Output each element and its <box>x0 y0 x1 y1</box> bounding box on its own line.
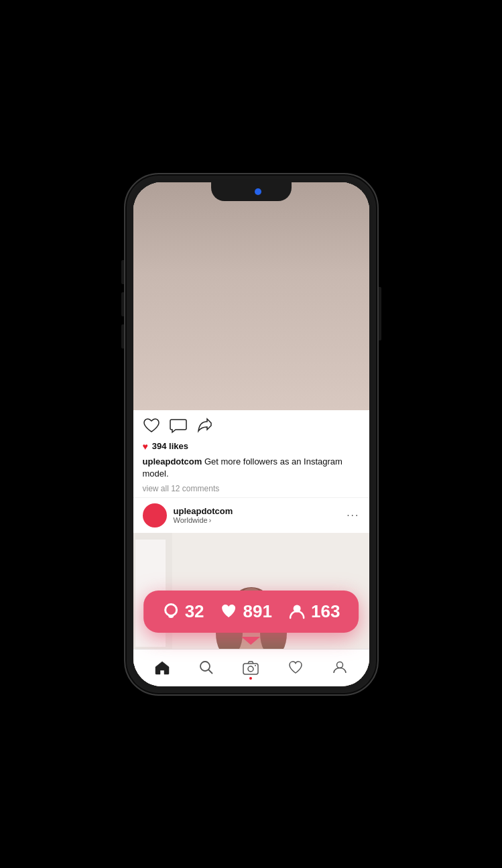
profile-info: upleapdotcom Worldwide › <box>174 506 340 524</box>
power-button <box>379 287 381 340</box>
follower-count-item: 163 <box>288 601 340 622</box>
follower-count: 163 <box>311 601 340 622</box>
bubble-heart-icon <box>221 603 238 620</box>
heart-icon <box>143 418 160 434</box>
profile-row: upleapdotcom Worldwide › ··· <box>133 497 369 533</box>
phone-screen: ♥ 394 likes upleapdotcom Get more follow… <box>133 182 369 686</box>
tab-search[interactable] <box>193 654 220 681</box>
location-text: Worldwide <box>174 516 208 524</box>
bubble-comment-svg <box>162 603 180 620</box>
home-icon <box>154 660 170 675</box>
profile-avatar <box>143 503 167 528</box>
tab-likes[interactable] <box>282 654 309 681</box>
notch <box>211 182 292 201</box>
heart-tab-icon <box>288 660 303 675</box>
volume-up-button <box>121 260 124 284</box>
share-icon <box>196 418 214 434</box>
svg-point-31 <box>200 662 210 671</box>
bubble-person-icon <box>288 603 306 620</box>
like-button[interactable] <box>143 417 160 434</box>
likes-count: 394 likes <box>152 441 188 451</box>
chevron-icon: › <box>209 517 211 524</box>
bubble-person-svg <box>288 603 306 620</box>
volume-down-button <box>121 292 124 316</box>
likes-row: ♥ 394 likes <box>133 440 369 454</box>
phone-frame: ♥ 394 likes upleapdotcom Get more follow… <box>124 173 379 696</box>
profile-name: upleapdotcom <box>174 506 340 516</box>
camera-icon <box>243 660 259 675</box>
svg-point-34 <box>248 666 253 672</box>
tab-camera[interactable] <box>237 654 264 681</box>
profile-icon <box>332 660 347 675</box>
comment-count: 32 <box>185 601 204 622</box>
phone-wrapper: ♥ 394 likes upleapdotcom Get more follow… <box>124 173 379 696</box>
actions-bar <box>133 410 369 440</box>
tab-profile[interactable] <box>326 654 353 681</box>
search-icon <box>199 660 214 675</box>
silent-switch <box>121 324 124 349</box>
notification-bubble: 32 891 <box>143 591 359 633</box>
comment-count-item: 32 <box>162 601 204 622</box>
svg-point-35 <box>255 665 256 666</box>
profile-location[interactable]: Worldwide › <box>174 516 340 524</box>
figure-background <box>133 182 369 410</box>
tab-bar <box>133 649 369 686</box>
comments-link[interactable]: view all 12 comments <box>133 483 369 497</box>
post-image-1 <box>133 182 369 410</box>
comment-button[interactable] <box>170 417 187 434</box>
more-options-button[interactable]: ··· <box>347 509 359 521</box>
notch-dot <box>255 188 261 195</box>
screen-content: ♥ 394 likes upleapdotcom Get more follow… <box>133 182 369 686</box>
caption-username: upleapdotcom <box>143 456 202 467</box>
post-caption: upleapdotcom Get more followers as an In… <box>133 454 369 483</box>
share-button[interactable] <box>196 417 214 434</box>
like-count: 891 <box>243 601 272 622</box>
bubble-heart-svg <box>221 603 238 620</box>
camera-tab-dot <box>249 677 252 680</box>
heart-filled-icon: ♥ <box>143 441 148 452</box>
svg-line-32 <box>208 670 212 674</box>
svg-point-39 <box>166 605 176 615</box>
like-count-item: 891 <box>221 601 272 622</box>
svg-point-36 <box>337 662 343 668</box>
tab-home[interactable] <box>149 654 176 681</box>
comment-icon <box>170 418 187 434</box>
bubble-comment-icon <box>162 603 180 620</box>
